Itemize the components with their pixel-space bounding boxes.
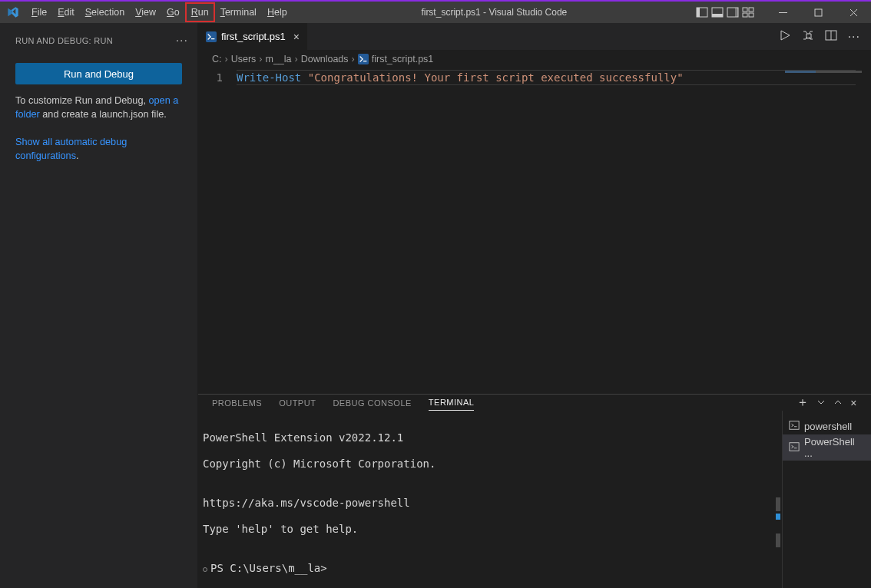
terminal-line: Type 'help' to get help. [203,523,777,536]
run-and-debug-button[interactable]: Run and Debug [15,63,182,84]
layout-bottom-icon[interactable] [711,7,724,18]
editor-tab-bar: first_script.ps1 × ··· [198,23,871,50]
svg-rect-3 [712,14,723,17]
minimap-content [816,71,862,73]
chevron-right-icon: › [259,54,262,64]
title-controls [696,2,871,23]
menu-bar: FFileile EditEdit SelectionSelection Vie… [26,2,293,23]
terminal-session-psextension[interactable]: PowerShell ... [783,434,871,461]
run-debug-sidebar: RUN AND DEBUG: RUN ··· Run and Debug To … [0,23,198,588]
svg-rect-1 [697,8,700,17]
tab-close-icon[interactable]: × [293,31,300,43]
vscode-logo-icon [0,6,26,18]
sidebar-customize-text: To customize Run and Debug, open a folde… [0,94,197,121]
close-panel-icon[interactable]: × [850,397,857,409]
layout-left-icon[interactable] [696,7,708,18]
menu-file[interactable]: FFileile [26,2,52,23]
terminal-line: PowerShell Extension v2022.12.1 [203,431,777,444]
window-minimize-button[interactable] [765,2,800,23]
powershell-file-icon [358,54,369,64]
terminal-sessions-list: powershell PowerShell ... [782,411,871,588]
terminal-scroll-marker [776,533,780,547]
run-file-icon[interactable] [779,29,791,44]
menu-help[interactable]: HelpHelp [262,2,293,23]
breadcrumb-c[interactable]: C: [212,54,222,64]
terminal-icon [789,420,800,433]
sidebar-title: RUN AND DEBUG: RUN [15,36,113,45]
tab-filename: first_script.ps1 [221,31,286,42]
editor-tab-first-script[interactable]: first_script.ps1 × [198,23,307,50]
terminal-scroll-marker [776,514,780,520]
show-configs-link[interactable]: Show all automatic debug configurations [15,137,127,161]
menu-selection[interactable]: SelectionSelection [80,2,130,23]
menu-run[interactable]: RunRun [185,2,215,22]
chevron-right-icon: › [295,54,298,64]
editor-actions: ··· [779,23,871,50]
menu-go[interactable]: GoGo [161,2,185,23]
breadcrumb-file[interactable]: first_script.ps1 [372,54,434,64]
terminal-session-powershell[interactable]: powershell [783,418,871,434]
chevron-right-icon: › [225,54,228,64]
chevron-right-icon: › [352,54,355,64]
window-maximize-button[interactable] [800,2,836,23]
menu-edit[interactable]: EditEdit [52,2,80,23]
code-editor[interactable]: 1 Write-Host "Congratulations! Your firs… [198,68,871,394]
panel-tab-output[interactable]: OUTPUT [279,395,316,411]
editor-more-icon[interactable]: ··· [848,30,860,44]
svg-rect-8 [743,13,747,17]
sidebar-more-icon[interactable]: ··· [176,34,188,48]
svg-rect-5 [735,8,738,17]
terminal-line: Copyright (c) Microsoft Corporation. [203,458,777,471]
breadcrumb-bar[interactable]: C: › Users › m__la › Downloads › first_s… [198,50,871,68]
svg-rect-11 [815,9,822,16]
svg-rect-10 [779,12,787,13]
code-line-1[interactable]: Write-Host "Congratulations! Your first … [237,68,684,394]
layout-customize-icon[interactable] [742,7,754,18]
window-title: first_script.ps1 - Visual Studio Code [293,7,696,18]
menu-view[interactable]: ViewView [130,2,161,23]
panel-tab-debug-console[interactable]: DEBUG CONSOLE [333,395,411,411]
breadcrumb-user[interactable]: m__la [266,54,292,64]
svg-rect-16 [790,421,799,430]
svg-rect-7 [749,8,753,12]
panel-tab-problems[interactable]: PROBLEMS [212,395,262,411]
menu-terminal[interactable]: TerminalTerminal [215,2,262,23]
minimap[interactable] [794,68,871,394]
maximize-panel-icon[interactable] [833,398,843,408]
breadcrumb-downloads[interactable]: Downloads [301,54,349,64]
panel-tab-terminal[interactable]: TERMINAL [429,395,475,411]
title-bar: FFileile EditEdit SelectionSelection Vie… [0,0,871,23]
svg-rect-12 [206,31,217,42]
terminal-icon [789,441,800,454]
run-debug-icon[interactable] [802,29,814,44]
line-number-gutter: 1 [198,68,237,394]
bottom-panel: PROBLEMS OUTPUT DEBUG CONSOLE TERMINAL ＋… [198,394,871,588]
new-terminal-icon[interactable]: ＋ [796,395,810,411]
terminal-line: https://aka.ms/vscode-powershell [203,497,777,510]
editor-area: first_script.ps1 × ··· C: › Users › m__l… [198,23,871,588]
terminal-scroll-marker [776,497,780,511]
terminal-dropdown-icon[interactable] [816,398,826,408]
svg-rect-17 [790,442,799,451]
powershell-file-icon [206,31,217,42]
svg-rect-15 [358,54,369,64]
layout-right-icon[interactable] [727,7,739,18]
svg-rect-9 [749,13,753,17]
split-editor-icon[interactable] [825,29,837,44]
breadcrumb-users[interactable]: Users [231,54,257,64]
window-close-button[interactable] [836,2,871,23]
terminal-line: PS C:\Users\m__la> [203,562,777,575]
svg-rect-6 [743,8,747,12]
terminal-output[interactable]: PowerShell Extension v2022.12.1 Copyrigh… [198,411,782,588]
